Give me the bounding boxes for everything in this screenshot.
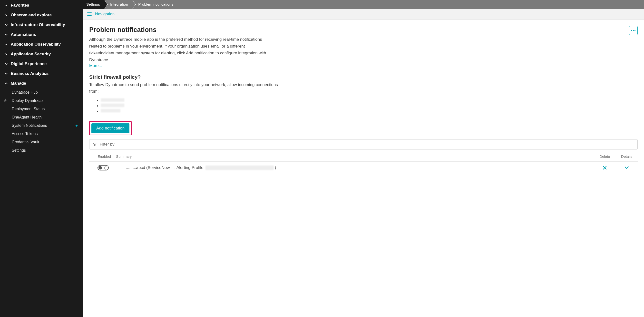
summary-prefix: .........abcd (ServiceNow – , Alerting P… [126, 165, 204, 170]
ip-item [101, 109, 638, 114]
svg-point-2 [634, 30, 636, 31]
filter-icon [93, 142, 97, 146]
chevron-up-icon [4, 82, 9, 85]
th-enabled: Enabled [89, 154, 116, 158]
chevron-down-icon [624, 166, 629, 169]
redacted-text [101, 109, 120, 112]
sidebar-section-label: Business Analytics [11, 71, 48, 76]
breadcrumb: Settings Integration Problem notificatio… [83, 0, 644, 9]
th-details: Details [616, 154, 638, 158]
sidebar-item-label: Credential Vault [12, 140, 39, 144]
enabled-toggle[interactable] [98, 165, 109, 170]
filter-input[interactable] [100, 142, 634, 147]
navigation-bar[interactable]: Navigation [83, 9, 644, 20]
ip-list [101, 98, 638, 114]
breadcrumb-integration[interactable]: Integration [104, 0, 132, 9]
sidebar-section-favorites[interactable]: Favorites [0, 0, 83, 10]
sidebar-section-label: Application Security [11, 52, 51, 56]
sidebar-item-label: Deployment Status [12, 107, 44, 111]
chevron-down-icon [4, 14, 9, 16]
sidebar-item-label: Access Tokens [12, 132, 38, 136]
ip-item [101, 98, 638, 103]
chevron-down-icon [4, 33, 9, 36]
th-summary: Summary [116, 154, 594, 158]
sidebar-item-access-tokens[interactable]: Access Tokens [0, 130, 83, 138]
firewall-heading: Strict firewall policy? [89, 74, 638, 80]
redacted-text [101, 98, 124, 102]
chevron-down-icon [4, 43, 9, 46]
ip-item [101, 104, 638, 108]
notification-dot-icon [76, 124, 78, 126]
delete-button[interactable] [594, 166, 616, 170]
sidebar-item-dynatrace-hub[interactable]: Dynatrace Hub [0, 88, 83, 96]
row-summary: .........abcd (ServiceNow – , Alerting P… [116, 165, 594, 170]
breadcrumb-label: Settings [86, 2, 100, 6]
sidebar-section-infrastructure[interactable]: Infrastructure Observability [0, 20, 83, 30]
sidebar: Favorites Observe and explore Infrastruc… [0, 0, 83, 317]
sidebar-section-label: Application Observability [11, 42, 61, 47]
sidebar-section-label: Automations [11, 32, 36, 37]
main: Settings Integration Problem notificatio… [83, 0, 644, 317]
sidebar-section-manage[interactable]: Manage [0, 78, 83, 88]
breadcrumb-problem-notifications[interactable]: Problem notifications [132, 0, 178, 9]
add-notification-button[interactable]: Add notification [92, 124, 130, 133]
th-delete: Delete [594, 154, 616, 158]
sidebar-item-label: OneAgent Health [12, 115, 42, 120]
close-icon [602, 166, 607, 170]
redacted-text [206, 166, 274, 170]
chevron-down-icon [4, 53, 9, 56]
breadcrumb-label: Integration [110, 2, 128, 6]
more-actions-button[interactable] [629, 26, 638, 35]
sidebar-item-deployment-status[interactable]: Deployment Status [0, 105, 83, 113]
sidebar-section-label: Observe and explore [11, 13, 52, 18]
ellipsis-icon [631, 30, 636, 31]
breadcrumb-settings[interactable]: Settings [83, 0, 104, 9]
sidebar-section-observe[interactable]: Observe and explore [0, 10, 83, 20]
sidebar-section-automations[interactable]: Automations [0, 30, 83, 40]
sidebar-section-business-analytics[interactable]: Business Analytics [0, 69, 83, 78]
summary-suffix: ) [275, 165, 276, 170]
sidebar-section-app-observability[interactable]: Application Observability [0, 40, 83, 49]
breadcrumb-label: Problem notifications [138, 2, 173, 6]
page-title: Problem notifications [89, 26, 629, 34]
redacted-text [101, 104, 124, 107]
chevron-down-icon [4, 4, 9, 7]
chevron-down-icon [4, 62, 9, 65]
firewall-text: To allow Dynatrace to send problem notif… [89, 82, 279, 94]
sidebar-section-app-security[interactable]: Application Security [0, 49, 83, 59]
navigation-icon [87, 12, 92, 16]
sidebar-item-deploy-dynatrace[interactable]: Deploy Dynatrace [0, 96, 83, 105]
page-description: Although the Dynatrace mobile app is the… [89, 36, 270, 64]
sidebar-item-label: Dynatrace Hub [12, 90, 38, 94]
sidebar-section-digital-experience[interactable]: Digital Experience [0, 59, 83, 69]
sidebar-item-credential-vault[interactable]: Credential Vault [0, 138, 83, 146]
content: Problem notifications Although the Dynat… [83, 20, 644, 317]
sidebar-section-label: Manage [11, 81, 26, 86]
sidebar-section-label: Digital Experience [11, 62, 46, 66]
sidebar-item-label: Settings [12, 148, 26, 153]
chevron-down-icon [4, 24, 9, 26]
more-link[interactable]: More... [89, 64, 102, 68]
star-icon [4, 98, 7, 103]
svg-point-0 [631, 30, 632, 31]
details-button[interactable] [616, 166, 638, 169]
svg-point-1 [633, 30, 634, 31]
sidebar-item-oneagent-health[interactable]: OneAgent Health [0, 113, 83, 122]
sidebar-section-label: Favorites [11, 3, 29, 8]
navigation-label: Navigation [95, 12, 114, 16]
sidebar-section-label: Infrastructure Observability [11, 22, 65, 27]
table-row: .........abcd (ServiceNow – , Alerting P… [89, 162, 638, 174]
add-notification-highlight: Add notification [89, 121, 132, 135]
sidebar-item-label: Deploy Dynatrace [12, 98, 43, 103]
filter-bar[interactable] [89, 139, 638, 150]
sidebar-item-label: System Notifications [12, 124, 47, 128]
sidebar-item-system-notifications[interactable]: System Notifications [0, 122, 83, 130]
sidebar-item-settings[interactable]: Settings [0, 146, 83, 154]
chevron-down-icon [4, 72, 9, 75]
table-header: Enabled Summary Delete Details [89, 150, 638, 162]
